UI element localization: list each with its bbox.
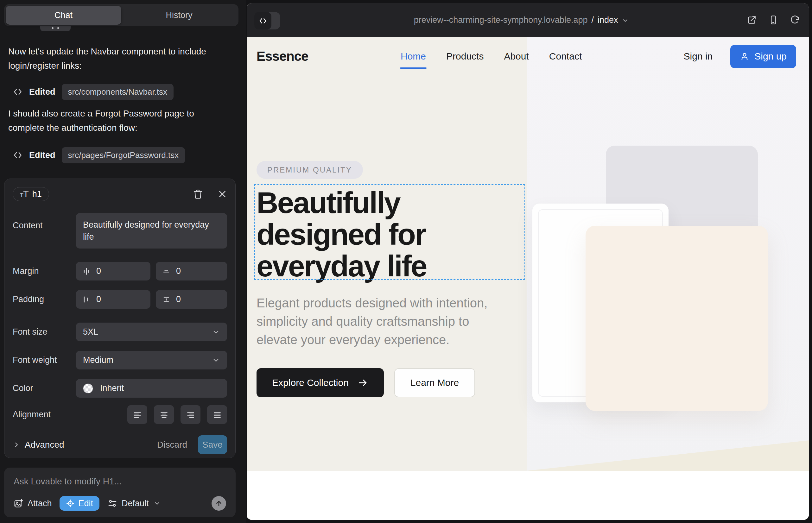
attach-label: Attach xyxy=(28,499,52,508)
margin-y-value: 0 xyxy=(176,266,181,276)
chevron-down-icon xyxy=(153,500,161,507)
chat-panel: Chat History Now let's update the Navbar… xyxy=(0,0,246,523)
topbar-actions xyxy=(747,3,800,37)
color-select[interactable]: Inherit xyxy=(76,379,227,398)
code-preview-toggle[interactable] xyxy=(254,12,280,30)
nav-link-contact[interactable]: Contact xyxy=(549,51,582,62)
padding-y-input[interactable]: 0 xyxy=(156,290,227,309)
element-tag: h1 xyxy=(32,189,42,199)
padding-x-value: 0 xyxy=(96,294,101,304)
preview-url-dropdown[interactable]: preview--charming-site-symphony.lovable.… xyxy=(414,3,629,37)
refresh-icon xyxy=(790,15,800,25)
alignment-row: Alignment xyxy=(13,405,227,424)
auth-actions: Sign in Sign up xyxy=(684,37,796,76)
margin-x-icon xyxy=(82,267,91,275)
margin-y-input[interactable]: 0 xyxy=(156,262,227,281)
url-host: preview--charming-site-symphony.lovable.… xyxy=(414,15,588,25)
margin-x-value: 0 xyxy=(96,266,101,276)
code-icon xyxy=(13,87,23,97)
edited-label: Edited xyxy=(29,87,55,97)
chat-message: Now let's update the Navbar component to… xyxy=(8,44,216,73)
code-icon xyxy=(259,16,267,25)
align-justify-button[interactable] xyxy=(207,405,227,424)
nav-link-products[interactable]: Products xyxy=(446,51,483,62)
mode-selector[interactable]: Default xyxy=(108,499,161,508)
site-logo[interactable]: Essence xyxy=(257,37,308,76)
padding-y-icon xyxy=(162,295,170,304)
send-button[interactable] xyxy=(212,496,226,511)
editor-header: тT h1 xyxy=(13,187,227,201)
code-toggle-segment[interactable] xyxy=(254,12,271,30)
h1-selection-outline[interactable] xyxy=(254,184,525,280)
chevron-down-icon xyxy=(212,328,220,336)
content-label: Content xyxy=(13,213,76,231)
margin-label: Margin xyxy=(13,266,76,276)
font-size-row: Font size 5XL xyxy=(13,323,227,341)
mobile-view-button[interactable] xyxy=(768,15,778,25)
type-icon: тT xyxy=(20,189,29,199)
delete-element-button[interactable] xyxy=(193,189,203,199)
save-button[interactable]: Save xyxy=(198,435,227,454)
nav-link-about[interactable]: About xyxy=(504,51,529,62)
tab-chat[interactable]: Chat xyxy=(6,6,121,25)
site-navbar: Essence Home Products About Contact Sign… xyxy=(247,37,809,76)
chevron-down-icon xyxy=(212,356,220,364)
learn-more-button[interactable]: Learn More xyxy=(394,368,475,397)
attach-button[interactable]: Attach xyxy=(14,499,52,508)
element-editor-panel: тT h1 Content Beautifully designed for e… xyxy=(4,179,236,458)
margin-x-input[interactable]: 0 xyxy=(76,262,151,281)
selected-element-badge[interactable]: тT h1 xyxy=(13,187,49,201)
font-size-select[interactable]: 5XL xyxy=(76,323,227,341)
explore-collection-label: Explore Collection xyxy=(272,377,349,388)
discard-button[interactable]: Discard xyxy=(157,440,187,450)
sign-up-label: Sign up xyxy=(754,51,787,62)
preview-topbar: preview--charming-site-symphony.lovable.… xyxy=(247,3,809,37)
target-icon xyxy=(66,499,75,508)
margin-y-icon xyxy=(162,267,170,275)
font-weight-select[interactable]: Medium xyxy=(76,351,227,369)
user-icon xyxy=(740,52,749,61)
padding-x-icon xyxy=(82,295,91,304)
padding-y-value: 0 xyxy=(176,294,181,304)
hero-cta-group: Explore Collection Learn More xyxy=(257,368,475,397)
sliders-icon xyxy=(108,499,117,508)
composer-input[interactable]: Ask Lovable to modify H1... xyxy=(14,476,226,487)
padding-row: Padding 0 0 xyxy=(13,290,227,309)
align-center-button[interactable] xyxy=(154,405,174,424)
close-icon xyxy=(217,189,227,199)
align-right-button[interactable] xyxy=(180,405,200,424)
next-section xyxy=(247,471,809,520)
close-editor-button[interactable] xyxy=(217,189,227,199)
content-input[interactable]: Beautifully designed for everyday life xyxy=(76,213,227,249)
nav-link-home[interactable]: Home xyxy=(401,51,426,62)
color-swatch-transparent xyxy=(83,383,93,394)
site-canvas: Essence Home Products About Contact Sign… xyxy=(247,37,809,520)
advanced-toggle[interactable]: Advanced xyxy=(13,440,64,450)
content-row: Content Beautifully designed for everyda… xyxy=(13,213,227,249)
smartphone-icon xyxy=(768,15,778,25)
edited-file-badge[interactable]: src/pages/ForgotPassword.tsx xyxy=(62,147,185,163)
align-center-icon xyxy=(160,410,169,419)
open-external-button[interactable] xyxy=(747,15,757,25)
padding-x-input[interactable]: 0 xyxy=(76,290,151,309)
sign-in-link[interactable]: Sign in xyxy=(684,51,713,62)
sign-up-button[interactable]: Sign up xyxy=(730,45,796,68)
edited-label: Edited xyxy=(29,150,55,160)
tab-history[interactable]: History xyxy=(121,6,237,25)
refresh-button[interactable] xyxy=(790,15,800,25)
alignment-label: Alignment xyxy=(13,410,76,419)
edit-mode-button[interactable]: Edit xyxy=(59,496,100,511)
explore-collection-button[interactable]: Explore Collection xyxy=(257,368,384,397)
nav-links: Home Products About Contact xyxy=(401,37,582,76)
editor-footer: Advanced Discard Save xyxy=(13,435,227,454)
font-size-label: Font size xyxy=(13,327,76,337)
padding-label: Padding xyxy=(13,294,76,304)
align-left-button[interactable] xyxy=(127,405,147,424)
chat-history-tabs: Chat History xyxy=(4,4,239,26)
hero-badge: PREMIUM QUALITY xyxy=(257,161,363,179)
code-icon xyxy=(13,150,23,160)
hero-card-cream xyxy=(586,226,768,411)
chat-message: I should also create a Forgot Password p… xyxy=(8,106,216,135)
edited-file-badge[interactable]: src/components/Navbar.tsx xyxy=(62,84,174,100)
color-row: Color Inherit xyxy=(13,379,227,398)
